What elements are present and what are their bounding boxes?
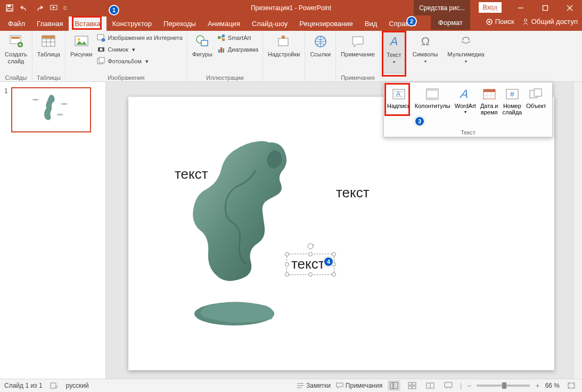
slide-thumbnail-1[interactable]: текст текст текст — [11, 87, 91, 132]
tab-home[interactable]: Главная — [31, 16, 69, 31]
fit-to-window-button[interactable] — [565, 380, 578, 391]
svg-rect-31 — [222, 38, 225, 41]
online-images-button[interactable]: Изображения из Интернета — [95, 32, 184, 44]
svg-text:A: A — [389, 35, 398, 48]
addins-icon — [275, 33, 292, 50]
slideshow-view-button[interactable] — [442, 380, 455, 391]
online-images-icon — [97, 34, 105, 42]
wordart-button[interactable]: A WordArt ▾ — [453, 86, 478, 128]
resize-handle[interactable] — [285, 262, 289, 266]
reading-view-button[interactable] — [424, 380, 437, 391]
media-icon — [457, 33, 474, 50]
svg-rect-36 — [282, 36, 285, 39]
textbox-button[interactable]: A Надпись — [385, 86, 413, 128]
shapes-button[interactable]: Фигуры — [190, 32, 215, 73]
resize-handle[interactable] — [332, 252, 336, 256]
new-slide-icon — [7, 33, 24, 50]
links-label: Ссылки — [310, 51, 331, 58]
svg-rect-46 — [427, 97, 438, 99]
tab-format[interactable]: Формат — [431, 15, 470, 30]
symbols-button[interactable]: Ω Символы ▾ — [410, 32, 441, 73]
online-images-label: Изображения из Интернета — [108, 35, 182, 41]
object-button[interactable]: Объект — [524, 86, 548, 128]
pictures-label: Рисунки — [70, 51, 93, 58]
media-button[interactable]: Мультимедиа ▾ — [445, 32, 487, 73]
svg-rect-28 — [201, 40, 208, 46]
resize-handle[interactable] — [285, 272, 289, 277]
group-comments: Примечание Примечания — [335, 31, 380, 81]
text-dropdown-button[interactable]: A Текст ▾ — [382, 32, 406, 73]
slide-text-1[interactable]: текст — [175, 166, 208, 182]
qat-dropdown[interactable] — [63, 2, 67, 14]
zoom-thumb[interactable] — [502, 382, 506, 389]
smartart-button[interactable]: SmartArt — [215, 32, 260, 44]
table-button[interactable]: Таблица — [35, 32, 63, 73]
notes-button[interactable]: Заметки — [297, 382, 331, 389]
ribbon-options-button[interactable] — [484, 0, 509, 15]
resize-handle[interactable] — [332, 272, 336, 277]
undo-button[interactable] — [18, 2, 31, 14]
svg-rect-18 — [42, 36, 55, 38]
spellcheck-icon[interactable] — [50, 382, 59, 389]
share-button[interactable]: Общий доступ — [522, 18, 578, 26]
slide-number-button[interactable]: # Номер слайда — [500, 86, 524, 128]
pictures-button[interactable]: Рисунки — [68, 32, 95, 73]
screenshot-button[interactable]: Снимок▾ — [95, 44, 184, 55]
comment-button[interactable]: Примечание — [338, 32, 378, 73]
group-addins: Надстройки — [263, 31, 305, 81]
tab-insert[interactable]: Вставка — [69, 16, 106, 31]
tab-review[interactable]: Рецензирование — [293, 16, 358, 31]
slide-text-2[interactable]: текст — [336, 185, 370, 201]
tab-animations[interactable]: Анимация — [202, 16, 246, 31]
photo-album-button[interactable]: Фотоальбом▾ — [95, 55, 184, 67]
shapes-label: Фигуры — [192, 51, 212, 58]
zoom-slider[interactable] — [477, 385, 530, 387]
comment-label: Примечание — [341, 51, 375, 58]
slide-sorter-button[interactable] — [406, 380, 419, 391]
media-label: Мультимедиа — [447, 51, 484, 58]
svg-rect-59 — [51, 383, 56, 388]
share-label: Общий доступ — [531, 18, 578, 26]
save-button[interactable] — [3, 2, 16, 14]
tab-design[interactable]: Конструктор — [106, 16, 158, 31]
links-button[interactable]: Ссылки — [307, 32, 333, 73]
minimize-button[interactable] — [509, 0, 533, 15]
group-tables-label: Таблицы — [35, 73, 63, 82]
addins-button[interactable]: Надстройки — [265, 32, 302, 73]
language-label[interactable]: русский — [66, 382, 89, 389]
svg-rect-35 — [278, 38, 288, 46]
date-time-button[interactable]: Дата и время — [478, 86, 501, 128]
zoom-in-button[interactable]: + — [535, 381, 539, 390]
resize-handle[interactable] — [285, 252, 289, 256]
slide-canvas[interactable]: текст текст текст — [128, 97, 554, 370]
resize-handle[interactable] — [308, 252, 313, 256]
tab-transitions[interactable]: Переходы — [158, 16, 202, 31]
comments-button[interactable]: Примечания — [336, 382, 382, 389]
tab-file[interactable]: Файл — [2, 16, 31, 31]
normal-view-button[interactable] — [388, 380, 400, 391]
resize-handle[interactable] — [308, 272, 313, 277]
table-icon — [40, 33, 57, 50]
vertical-scrollbar[interactable] — [573, 82, 582, 379]
tab-slideshow[interactable]: Слайд-шоу — [246, 16, 293, 31]
svg-rect-56 — [534, 89, 542, 96]
tab-view[interactable]: Вид — [359, 16, 383, 31]
svg-point-22 — [102, 38, 105, 42]
svg-rect-32 — [218, 49, 220, 53]
rotate-handle[interactable] — [307, 243, 314, 250]
zoom-level[interactable]: 66 % — [545, 382, 560, 389]
zoom-out-button[interactable]: − — [467, 381, 471, 390]
slide-text-3[interactable]: текст — [291, 256, 325, 272]
svg-rect-34 — [223, 48, 224, 53]
start-from-beginning-button[interactable] — [48, 2, 61, 14]
redo-button[interactable] — [33, 2, 46, 14]
tell-me-button[interactable]: Поиск — [486, 18, 514, 26]
maximize-button[interactable] — [533, 0, 558, 15]
new-slide-button[interactable]: Создать слайд — [2, 32, 30, 73]
notes-label: Заметки — [306, 382, 331, 389]
chart-button[interactable]: Диаграмма — [215, 44, 260, 55]
group-comments-label: Примечания — [339, 73, 377, 82]
close-button[interactable] — [558, 0, 582, 15]
object-icon — [528, 87, 545, 102]
group-tables: Таблица Таблицы — [32, 31, 65, 81]
